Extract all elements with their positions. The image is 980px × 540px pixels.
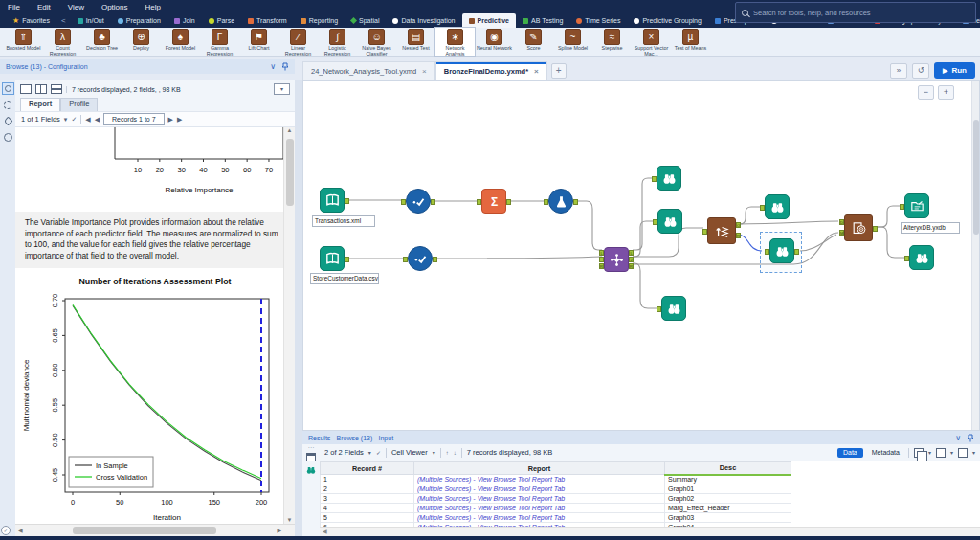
palette-tool-neural-network[interactable]: ◉Neural Network — [475, 28, 514, 56]
collapse-panel-icon[interactable]: ∨ — [270, 62, 276, 71]
table-row[interactable]: 5(Multiple Sources) - View Browse Tool R… — [321, 513, 791, 523]
scroll-left-icon[interactable]: ◀ — [323, 529, 327, 534]
canvas-vertical-scrollbar[interactable] — [971, 81, 979, 430]
column-header-report[interactable]: Report — [414, 462, 665, 475]
select-tool-1[interactable] — [406, 189, 431, 214]
scroll-left-icon[interactable]: ◀ — [18, 527, 23, 533]
fields-dropdown-icon[interactable]: ▾ — [368, 449, 371, 456]
menu-options[interactable]: Options — [101, 3, 128, 11]
palette-tool-score[interactable]: ✎Score — [514, 28, 553, 56]
ribbon-tab-inout[interactable]: In/Out — [71, 13, 111, 28]
palette-tool-network-analysis[interactable]: ∗Network Analysis — [435, 28, 475, 56]
more-options-button[interactable]: » — [890, 63, 907, 79]
ribbon-tab-transform[interactable]: Transform — [241, 13, 294, 28]
report-link[interactable]: (Multiple Sources) - View Browse Tool Re… — [417, 485, 565, 492]
ribbon-tab-reporting[interactable]: Reporting — [294, 13, 345, 28]
menu-view[interactable]: View — [68, 3, 84, 11]
first-record-button[interactable]: ◀ — [85, 116, 90, 124]
collapse-panel-icon[interactable]: ∨ — [955, 434, 961, 442]
ribbon-tab-data-investigation[interactable]: Data Investigation — [386, 13, 461, 28]
ribbon-tab-parse[interactable]: Parse — [202, 13, 241, 28]
copy-icon[interactable] — [914, 448, 924, 458]
palette-tool-spline-model[interactable]: ~Spline Model — [553, 28, 592, 56]
table-row[interactable]: 1(Multiple Sources) - View Browse Tool R… — [321, 475, 791, 484]
browse-tool-selected[interactable] — [769, 238, 794, 263]
copy-dropdown-icon[interactable]: ▾ — [928, 449, 931, 456]
palette-tool-linear-regression[interactable]: ∕Linear Regression — [278, 28, 318, 56]
two-column-layout-button[interactable] — [35, 84, 47, 94]
fields-selector[interactable]: 1 of 1 Fields — [21, 115, 60, 124]
data-view-button[interactable]: Data — [837, 448, 863, 458]
workflow-canvas[interactable]: Transactions.xml StoreCustomerData.csv L… — [302, 80, 980, 431]
run-workflow-button[interactable]: ▶Run — [934, 62, 975, 79]
input-data-tool-storecustomer[interactable] — [320, 246, 345, 271]
sort-down-icon[interactable]: ↓ — [454, 450, 457, 456]
menu-edit[interactable]: Edit — [37, 3, 51, 11]
ribbon-tab-spatial[interactable]: Spatial — [345, 13, 386, 28]
workflow-dependencies-icon[interactable] — [3, 100, 13, 110]
report-link[interactable]: (Multiple Sources) - View Browse Tool Re… — [417, 476, 565, 483]
ribbon-scroll-left-icon[interactable]: < — [56, 13, 71, 28]
palette-tool-logistic-regression[interactable]: ∫Logistic Regression — [318, 28, 357, 56]
formula-tool[interactable] — [548, 189, 573, 214]
workflow-tab-bronzefinaldemo[interactable]: BronzeFinalDemo.yxmd*× — [435, 61, 547, 80]
ribbon-tab-join[interactable]: Join — [167, 13, 202, 28]
menu-file[interactable]: File — [8, 3, 20, 11]
browse-tool-4[interactable] — [909, 245, 934, 270]
pin-icon[interactable] — [967, 434, 974, 442]
drag-handle-icon[interactable]: ⋯ — [308, 446, 315, 450]
apply-check-icon[interactable]: ✓ — [376, 449, 381, 456]
cell-viewer-dropdown[interactable]: Cell Viewer — [391, 448, 428, 457]
report-link[interactable]: (Multiple Sources) - View Browse Tool Re… — [417, 505, 565, 511]
palette-tool-support-vector[interactable]: ×Support Vector Mac... — [632, 28, 671, 56]
palette-tool-decision-tree[interactable]: ♣Decision Tree — [82, 28, 122, 56]
single-pane-layout-button[interactable] — [20, 84, 32, 94]
pane-options-dropdown[interactable]: ▾ — [274, 83, 290, 95]
palette-tool-naive-bayes-classifier[interactable]: ☺Naive Bayes Classifier — [357, 28, 396, 56]
search-input[interactable] — [753, 9, 969, 17]
browse-tool-2[interactable] — [657, 209, 682, 234]
tool-annotation[interactable]: AlteryxDB.yxdb — [901, 222, 960, 234]
output-data-tool[interactable] — [904, 193, 929, 218]
zoom-in-button[interactable]: + — [938, 85, 954, 100]
configuration-gear-icon[interactable] — [3, 83, 13, 94]
report-horizontal-scrollbar[interactable]: ◀ ▶ ✓ — [15, 524, 295, 536]
fields-selector[interactable]: 2 of 2 Fields — [324, 448, 364, 457]
report-link[interactable]: (Multiple Sources) - View Browse Tool Re… — [417, 495, 565, 502]
ribbon-tab-favorites[interactable]: ★Favorites — [6, 13, 56, 28]
metadata-view-button[interactable]: Metadata — [868, 448, 903, 458]
cell-viewer-dropdown-icon[interactable]: ▾ — [433, 449, 435, 456]
report-link[interactable]: (Multiple Sources) - View Browse Tool Re… — [417, 514, 565, 521]
ribbon-tab-ab-testing[interactable]: AB Testing — [516, 13, 569, 28]
palette-tool-nested-test[interactable]: ▤Nested Test — [396, 28, 435, 56]
tab-profile[interactable]: Profile — [60, 98, 98, 111]
table-row[interactable]: 4(Multiple Sources) - View Browse Tool R… — [321, 504, 791, 513]
select-tool-2[interactable] — [408, 246, 433, 271]
close-tab-icon[interactable]: × — [422, 67, 427, 76]
ribbon-tab-preparation[interactable]: Preparation — [111, 13, 167, 28]
zoom-out-button[interactable]: − — [918, 85, 934, 100]
scroll-down-icon[interactable]: ▼ — [284, 517, 295, 523]
scrollbar-thumb[interactable] — [73, 527, 216, 534]
report-vertical-scrollbar[interactable]: ▲ ▼ — [283, 127, 295, 524]
palette-tool-forest-model[interactable]: ♠Forest Model — [161, 28, 200, 56]
palette-tool-deploy[interactable]: ⊕Deploy — [122, 28, 161, 56]
palette-tool-gamma-regression[interactable]: ΓGamma Regression — [200, 28, 239, 56]
pin-icon[interactable] — [281, 62, 289, 71]
help-icon[interactable] — [3, 132, 13, 143]
browse-tool-5[interactable] — [661, 296, 686, 321]
new-workflow-tab-button[interactable]: + — [551, 63, 567, 79]
browse-tool-1[interactable] — [657, 166, 681, 191]
ribbon-tab-predictive[interactable]: Predictive — [462, 13, 516, 28]
save-icon[interactable] — [936, 448, 946, 458]
menu-help[interactable]: Help — [145, 3, 161, 11]
tool-annotation[interactable]: StoreCustomerData.csv — [310, 273, 379, 284]
input-data-tool-transactions[interactable] — [320, 188, 345, 213]
palette-tool-count-regression[interactable]: λCount Regression — [43, 28, 82, 56]
column-header-record[interactable]: Record # — [321, 462, 414, 475]
join-tool[interactable]: LR LJR — [604, 247, 629, 272]
boosted-model-tool[interactable]: OR — [707, 217, 736, 244]
tool-annotation[interactable]: Transactions.xml — [312, 215, 375, 227]
new-window-icon[interactable] — [958, 448, 968, 458]
table-row[interactable]: 3(Multiple Sources) - View Browse Tool R… — [321, 494, 791, 504]
